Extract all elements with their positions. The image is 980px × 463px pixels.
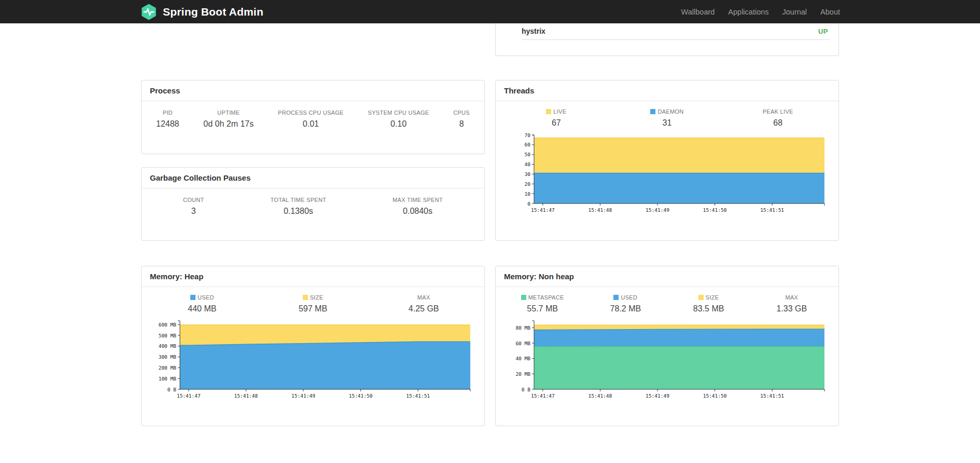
metric-gc-max-time: MAX TIME SPENT 0.0840s (393, 197, 443, 216)
legend-daemon: DAEMON 31 (612, 108, 723, 128)
metric-cpus: CPUS 8 (453, 110, 470, 129)
live-swatch-icon (546, 109, 551, 114)
heap-size-swatch-icon (303, 295, 308, 300)
threads-card: Threads LIVE 67 DAEMON 31 PEAK LIVE 68 (495, 80, 839, 241)
memory-nonheap-chart: 0 B20 MB40 MB60 MB80 MB15:41:4715:41:481… (502, 318, 838, 405)
svg-text:15:41:51: 15:41:51 (406, 393, 430, 399)
nav-item-applications[interactable]: Applications (721, 8, 775, 16)
svg-text:400 MB: 400 MB (159, 343, 177, 349)
legend-metaspace: METASPACE 55.7 MB (501, 294, 584, 314)
svg-text:15:41:48: 15:41:48 (589, 207, 612, 213)
svg-text:15:41:47: 15:41:47 (531, 207, 555, 213)
garbage-collection-card: Garbage Collection Pauses COUNT 3 TOTAL … (141, 167, 485, 241)
legend-heap-size: SIZE 597 MB (258, 294, 369, 314)
heap-legend: USED 440 MB SIZE 597 MB MAX 4.25 GB (142, 287, 484, 317)
gc-card-title: Garbage Collection Pauses (142, 168, 484, 188)
memory-heap-chart: 0 B100 MB200 MB300 MB400 MB500 MB600 MB1… (148, 318, 484, 405)
svg-text:15:41:51: 15:41:51 (760, 207, 784, 213)
metric-pid: PID 12488 (156, 110, 179, 129)
svg-text:0 B: 0 B (167, 387, 176, 392)
memory-heap-card: Memory: Heap USED 440 MB SIZE 597 MB MAX… (141, 266, 485, 426)
top-navbar: Spring Boot Admin Wallboard Applications… (0, 0, 980, 23)
nav-item-wallboard[interactable]: Wallboard (675, 8, 722, 16)
nonheap-size-swatch-icon (698, 295, 704, 300)
nav-item-journal[interactable]: Journal (776, 8, 814, 16)
memory-nonheap-card-title: Memory: Non heap (496, 266, 838, 287)
navbar-links: Wallboard Applications Journal About (675, 8, 840, 16)
row0-left-spacer (141, 23, 485, 56)
legend-heap-max: MAX 4.25 GB (368, 294, 479, 314)
legend-nonheap-max: MAX 1.33 GB (750, 294, 833, 314)
svg-text:15:41:49: 15:41:49 (646, 207, 669, 213)
svg-text:40: 40 (525, 161, 531, 167)
svg-text:15:41:49: 15:41:49 (646, 393, 669, 399)
metric-uptime: UPTIME 0d 0h 2m 17s (203, 110, 254, 129)
metaspace-swatch-icon (521, 295, 526, 300)
legend-heap-used: USED 440 MB (147, 294, 258, 314)
brand-link[interactable]: Spring Boot Admin (140, 3, 263, 21)
svg-text:15:41:50: 15:41:50 (703, 393, 727, 399)
gc-metrics: COUNT 3 TOTAL TIME SPENT 0.1380s MAX TIM… (142, 188, 484, 216)
legend-nonheap-used: USED 78.2 MB (584, 294, 667, 314)
legend-peak-live: PEAK LIVE 68 (722, 108, 833, 128)
health-indicator-name: hystrix (522, 27, 545, 35)
nav-item-about[interactable]: About (814, 8, 840, 16)
nonheap-used-swatch-icon (613, 295, 619, 300)
daemon-swatch-icon (650, 109, 655, 114)
svg-text:15:41:51: 15:41:51 (760, 393, 784, 399)
svg-text:15:41:49: 15:41:49 (291, 393, 315, 399)
health-row-hystrix: hystrix UP (522, 23, 830, 40)
process-card: Process PID 12488 UPTIME 0d 0h 2m 17s PR… (141, 80, 485, 154)
legend-live: LIVE 67 (501, 108, 612, 128)
svg-text:500 MB: 500 MB (159, 333, 177, 338)
navbar-container: Spring Boot Admin Wallboard Applications… (140, 0, 840, 23)
svg-text:70: 70 (525, 132, 531, 138)
svg-text:15:41:48: 15:41:48 (234, 393, 258, 399)
memory-heap-card-title: Memory: Heap (142, 266, 484, 287)
svg-text:60: 60 (525, 142, 531, 147)
nonheap-legend: METASPACE 55.7 MB USED 78.2 MB SIZE 83.5… (496, 287, 838, 317)
svg-text:60 MB: 60 MB (515, 341, 530, 346)
metric-process-cpu-usage: PROCESS CPU USAGE 0.01 (278, 110, 344, 129)
svg-text:20 MB: 20 MB (515, 371, 530, 377)
svg-text:15:41:47: 15:41:47 (531, 393, 555, 399)
svg-text:80 MB: 80 MB (515, 325, 530, 331)
svg-text:10: 10 (525, 191, 531, 197)
metric-gc-total-time: TOTAL TIME SPENT 0.1380s (271, 197, 327, 216)
status-badge: UP (818, 28, 828, 35)
svg-text:15:41:47: 15:41:47 (177, 393, 201, 399)
metric-gc-count: COUNT 3 (183, 197, 204, 216)
memory-nonheap-card: Memory: Non heap METASPACE 55.7 MB USED … (495, 266, 839, 426)
svg-text:40 MB: 40 MB (515, 356, 530, 361)
svg-text:50: 50 (525, 152, 531, 157)
threads-card-title: Threads (496, 80, 838, 101)
svg-text:0: 0 (527, 201, 530, 207)
legend-nonheap-size: SIZE 83.5 MB (667, 294, 750, 314)
svg-text:15:41:48: 15:41:48 (589, 393, 612, 399)
svg-text:100 MB: 100 MB (159, 376, 177, 382)
heap-used-swatch-icon (190, 295, 195, 300)
process-metrics: PID 12488 UPTIME 0d 0h 2m 17s PROCESS CP… (142, 101, 484, 129)
svg-text:600 MB: 600 MB (159, 322, 177, 328)
svg-text:300 MB: 300 MB (159, 354, 177, 360)
process-card-title: Process (142, 80, 484, 101)
metric-system-cpu-usage: SYSTEM CPU USAGE 0.10 (368, 110, 429, 129)
brand-title: Spring Boot Admin (163, 6, 263, 18)
svg-text:30: 30 (525, 171, 531, 177)
application-health-card: hystrix UP (495, 23, 839, 56)
svg-text:200 MB: 200 MB (159, 365, 177, 371)
spring-boot-admin-logo-icon (140, 3, 158, 21)
svg-text:15:41:50: 15:41:50 (703, 207, 727, 213)
svg-text:20: 20 (525, 181, 531, 187)
svg-text:0 B: 0 B (522, 387, 530, 392)
main-content: hystrix UP Process PID 12488 UPTIME 0d 0… (141, 23, 839, 426)
svg-text:15:41:50: 15:41:50 (349, 393, 373, 399)
threads-legend: LIVE 67 DAEMON 31 PEAK LIVE 68 (496, 101, 838, 131)
threads-chart: 01020304050607015:41:4715:41:4815:41:491… (502, 132, 838, 219)
